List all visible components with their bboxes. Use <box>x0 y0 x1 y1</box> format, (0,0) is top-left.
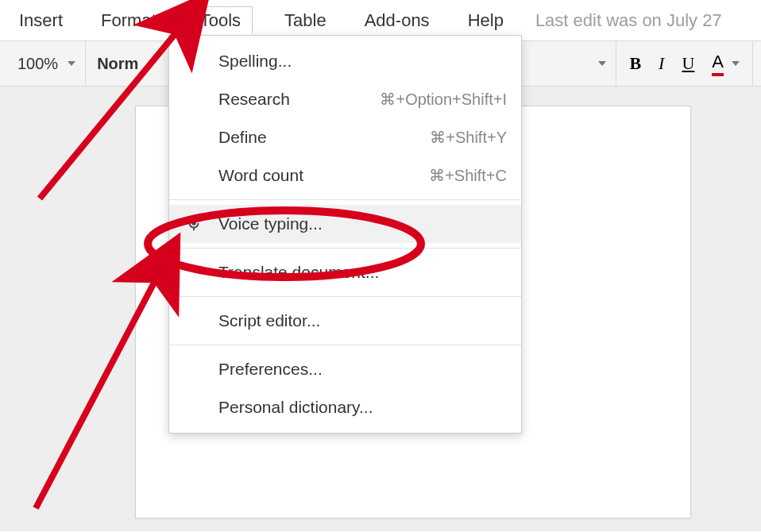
menu-item-label: Personal dictionary... <box>218 398 373 417</box>
menu-item-translate[interactable]: Translate document... <box>169 253 521 291</box>
paragraph-style-selector[interactable]: Norm <box>86 55 149 73</box>
menu-item-research[interactable]: Research ⌘+Option+Shift+I <box>169 80 521 118</box>
menu-item-shortcut: ⌘+Option+Shift+I <box>380 90 507 109</box>
tools-dropdown: Spelling... Research ⌘+Option+Shift+I De… <box>168 35 522 434</box>
menu-item-label: Research <box>218 90 290 109</box>
menu-item-label: Word count <box>218 166 303 185</box>
menu-item-shortcut: ⌘+Shift+Y <box>430 128 507 147</box>
bold-button[interactable]: B <box>629 53 641 74</box>
menu-tools[interactable]: Tools <box>188 6 253 34</box>
menu-item-spelling[interactable]: Spelling... <box>169 42 521 80</box>
menu-separator <box>169 345 521 345</box>
menu-item-label: Spelling... <box>218 52 292 71</box>
menu-table[interactable]: Table <box>278 7 333 34</box>
menu-item-define[interactable]: Define ⌘+Shift+Y <box>169 118 521 156</box>
text-color-label: A <box>712 52 724 76</box>
menu-format[interactable]: Format <box>95 7 163 34</box>
paragraph-style-value: Norm <box>97 55 138 73</box>
menu-addons[interactable]: Add-ons <box>358 7 436 34</box>
chevron-down-icon <box>732 61 740 66</box>
last-edit-text[interactable]: Last edit was on July 27 <box>535 10 722 31</box>
zoom-value: 100% <box>17 55 58 73</box>
zoom-selector[interactable]: 100% <box>8 41 86 86</box>
menu-separator <box>169 296 521 297</box>
menu-item-personal-dictionary[interactable]: Personal dictionary... <box>169 388 521 426</box>
italic-button[interactable]: I <box>659 53 664 74</box>
menu-insert[interactable]: Insert <box>13 7 69 34</box>
underline-button[interactable]: U <box>682 53 694 74</box>
menu-item-label: Voice typing... <box>218 214 323 233</box>
menu-separator <box>169 248 521 249</box>
menu-help[interactable]: Help <box>462 7 510 34</box>
text-color-button[interactable]: A <box>712 52 740 76</box>
toolbar-dropdown[interactable] <box>589 41 616 86</box>
menu-separator <box>169 199 521 200</box>
menu-item-word-count[interactable]: Word count ⌘+Shift+C <box>169 156 521 195</box>
menu-item-label: Script editor... <box>218 311 320 330</box>
menu-item-label: Define <box>218 128 267 147</box>
chevron-down-icon <box>68 61 75 66</box>
menu-item-label: Preferences... <box>218 360 323 379</box>
menu-item-label: Translate document... <box>218 263 379 282</box>
menu-item-script-editor[interactable]: Script editor... <box>169 302 521 340</box>
chevron-down-icon <box>598 61 606 66</box>
menu-item-shortcut: ⌘+Shift+C <box>429 166 507 185</box>
menu-item-preferences[interactable]: Preferences... <box>169 350 521 388</box>
microphone-icon <box>185 215 203 233</box>
menu-item-voice-typing[interactable]: Voice typing... <box>169 205 521 243</box>
